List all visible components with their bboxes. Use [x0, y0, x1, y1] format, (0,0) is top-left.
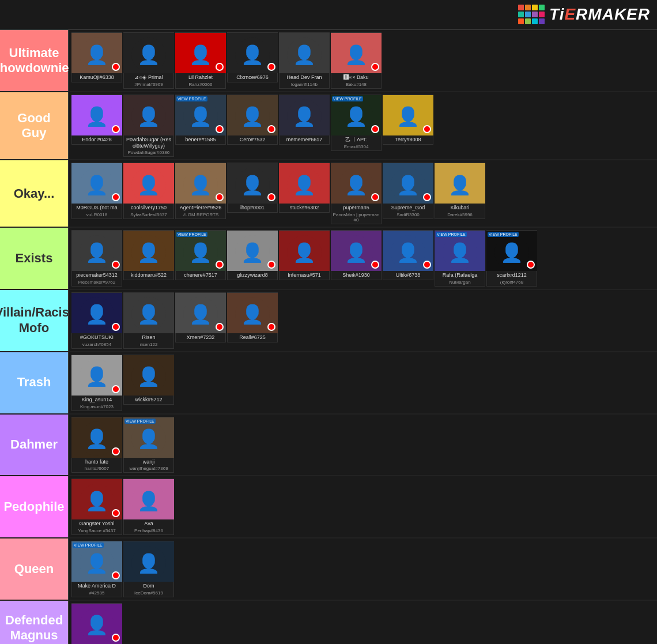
- tier-item-sub: Darek#5996: [435, 212, 485, 219]
- tier-row-a: Good Guy👤Endor #0428👤PowdahSugar (Resolü…: [0, 92, 657, 161]
- tier-item[interactable]: 👤Xmen#7232: [175, 292, 226, 342]
- tier-item-name: Risen: [124, 333, 173, 342]
- tier-item[interactable]: 👤VIEW PROFILERafa (RafaelgaNuMargan: [435, 230, 485, 287]
- tier-item-image: 👤VIEW PROFILE: [123, 417, 174, 458]
- tier-item-sub: (k)rolff4768: [487, 280, 537, 286]
- tier-item[interactable]: 👤Gangster YoshiYungSauce #5437: [71, 479, 122, 535]
- tier-item[interactable]: 👤Ultik#6738: [383, 230, 433, 280]
- tier-item-image: 👤: [331, 231, 382, 271]
- logo-cell-6: [532, 12, 538, 17]
- tier-item[interactable]: 👤Endor #0428: [71, 95, 122, 145]
- tier-item[interactable]: 👤🅱∝× BakuBaku#148: [331, 32, 382, 89]
- logo-grid-icon: [518, 5, 545, 24]
- view-profile-badge: VIEW PROFILE: [176, 96, 207, 101]
- tier-item-image: 👤: [71, 417, 122, 458]
- tier-item-image: 👤: [123, 293, 174, 333]
- status-dot: [267, 323, 275, 331]
- tier-item[interactable]: 👤Terry#8008: [383, 95, 433, 145]
- tier-item-image: 👤: [227, 163, 278, 204]
- tier-item[interactable]: 👤Risenrisen122: [123, 292, 174, 349]
- logo-cell-2: [532, 5, 538, 10]
- tier-item[interactable]: 👤DomIceDom#5619: [123, 541, 174, 597]
- tier-item-sub: YungSauce #5437: [72, 528, 122, 534]
- tier-item-image: 👤: [71, 355, 122, 396]
- tier-item[interactable]: 👤piecemaker54312Piecemaker#9762: [71, 230, 122, 287]
- tier-item[interactable]: 👤Sheik#1930: [331, 230, 382, 280]
- tier-item-sub: SadiR3300: [383, 212, 433, 219]
- tier-item[interactable]: 👤VIEW PROFILEscarlxrd1212(k)rolff4768: [486, 230, 537, 287]
- tier-item-sub: Baku#148: [331, 82, 381, 88]
- tier-item[interactable]: 👤⊿∝◈ Primal#Primal#6969: [123, 32, 174, 89]
- tier-item-image: 👤: [227, 95, 278, 135]
- tier-item-name: ihop#0001: [228, 204, 277, 212]
- tier-item-image: 👤: [279, 95, 330, 135]
- tier-item-name: Reall#6725: [228, 333, 277, 342]
- tier-item[interactable]: 👤mememe#6617: [279, 95, 330, 145]
- tier-item[interactable]: 👤VIEW PROFILEMake America D#42585: [71, 541, 122, 597]
- status-dot: [112, 571, 120, 579]
- tier-item-name: Dom: [124, 582, 173, 590]
- tier-item-image: 👤: [71, 604, 122, 644]
- tier-item-image: 👤: [383, 231, 433, 271]
- status-dot: [112, 447, 120, 455]
- tier-item-name: Lil Rahzlet: [176, 73, 225, 82]
- status-dot: [527, 261, 535, 269]
- tier-row-f: Dahmer👤hanto fatehanto#6607👤VIEW PROFILE…: [0, 415, 657, 477]
- tier-item[interactable]: 👤VIEW PROFILEwanjiwanjitheguat#7369: [123, 417, 174, 473]
- tier-item-name: puperman5: [331, 204, 381, 212]
- tier-item[interactable]: 👤Clxrnce#6976: [227, 32, 278, 82]
- status-dot: [371, 63, 379, 71]
- tier-item[interactable]: 👤cameronn#1438: [71, 603, 122, 644]
- tier-row-e: Trash👤King_asun14King asun#7023👤wickk#57…: [0, 352, 657, 415]
- tier-item[interactable]: 👤stucks#6302: [279, 163, 330, 213]
- tier-item[interactable]: 👤Infernasu#571: [279, 230, 330, 280]
- tier-item[interactable]: 👤Lil RahzletRahz#0066: [175, 32, 226, 89]
- tier-item-sub: NuMargan: [435, 280, 485, 286]
- status-dot: [371, 193, 379, 201]
- tier-item-name: Ava: [124, 519, 173, 528]
- tier-item[interactable]: 👤KamuOji#6338: [71, 32, 122, 82]
- tier-item-image: 👤: [123, 479, 174, 519]
- tier-item-image: 👤: [123, 33, 174, 73]
- tier-item-sub: loganrifl114b: [280, 82, 329, 88]
- tier-item[interactable]: 👤ihop#0001: [227, 163, 278, 213]
- tier-item[interactable]: 👤AvaPerlhap#8436: [123, 479, 174, 535]
- status-dot: [216, 125, 224, 133]
- tier-item[interactable]: 👤AgentPierre#9526⚠ GM REPORTS: [175, 163, 226, 219]
- header: TiERMAKER: [0, 0, 657, 30]
- tier-items-i: 👤cameronn#1438: [69, 601, 657, 644]
- view-profile-badge: VIEW PROFILE: [436, 232, 467, 237]
- tier-item[interactable]: 👤coolsilvery1750SylvaSurfer#5637: [123, 163, 174, 219]
- tier-item[interactable]: 👤PowdahSugar (ResolüteWillyguy)PowdahSug…: [123, 95, 174, 157]
- tier-item[interactable]: 👤glizzywizard8: [227, 230, 278, 280]
- tier-item-name: scarlxrd1212: [487, 271, 537, 280]
- tier-item[interactable]: 👤King_asun14King asun#7023: [71, 355, 122, 411]
- tier-item[interactable]: 👤Reall#6725: [227, 292, 278, 342]
- logo-cell-5: [525, 12, 531, 17]
- tier-item[interactable]: 👤VIEW PROFILE乙.ㅣΛΡΓ.Emax#5304: [331, 95, 382, 151]
- tier-item[interactable]: 👤#GOKUTSUKIvuzarch#0854: [71, 292, 122, 349]
- logo-cell-4: [518, 12, 524, 17]
- tier-item-name: ⊿∝◈ Primal: [124, 73, 173, 82]
- tier-item-name: chenere#7517: [176, 271, 225, 280]
- tier-items-d: 👤#GOKUTSUKIvuzarch#0854👤Risenrisen122👤Xm…: [69, 290, 657, 351]
- tier-item[interactable]: 👤VIEW PROFILEbenere#1585: [175, 95, 226, 145]
- tier-item[interactable]: 👤M0RGUS (not mavuLR0018: [71, 163, 122, 219]
- tier-item[interactable]: 👤kiddomaru#522: [123, 230, 174, 280]
- tier-item[interactable]: 👤Cero#7532: [227, 95, 278, 145]
- tier-item[interactable]: 👤wickk#5712: [123, 355, 174, 405]
- tier-item[interactable]: 👤puperman5PanosMan | puperman#0: [331, 163, 382, 224]
- tier-item[interactable]: 👤Head Dev Franloganrifl114b: [279, 32, 330, 89]
- tier-item[interactable]: 👤KikubariDarek#5996: [435, 163, 485, 219]
- tier-item-image: 👤VIEW PROFILE: [486, 231, 537, 271]
- tier-item-name: wanji: [124, 458, 173, 466]
- tier-row-i: Defended Magnus👤cameronn#1438: [0, 601, 657, 644]
- tier-item[interactable]: 👤Supreme_GodSadiR3300: [383, 163, 433, 219]
- tier-item-sub: PowdahSugar#0386: [124, 150, 173, 156]
- tier-item-image: 👤: [123, 541, 174, 582]
- tier-item[interactable]: 👤VIEW PROFILEchenere#7517: [175, 230, 226, 280]
- tier-list: Ultimate Showdownien👤KamuOji#6338👤⊿∝◈ Pr…: [0, 30, 657, 644]
- tier-item-image: 👤VIEW PROFILE: [331, 95, 382, 135]
- tier-item-image: 👤VIEW PROFILE: [435, 231, 485, 271]
- tier-item[interactable]: 👤hanto fatehanto#6607: [71, 417, 122, 473]
